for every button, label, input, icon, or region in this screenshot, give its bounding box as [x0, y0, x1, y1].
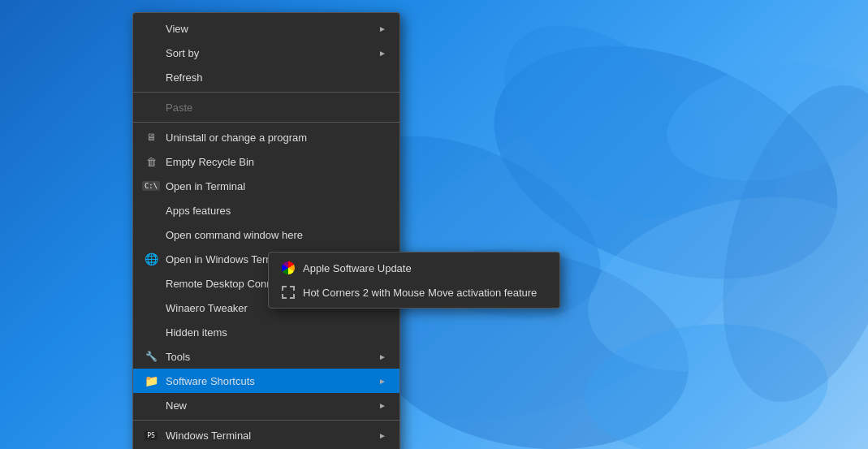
context-menu: View ► Sort by ► Refresh Paste 🖥 Uninsta…: [132, 12, 400, 449]
menu-item-apps-features[interactable]: Apps features: [133, 198, 399, 222]
tools-arrow: ►: [378, 352, 386, 361]
submenu-software-shortcuts: Apple Software Update Hot Corners 2 with…: [268, 252, 560, 309]
menu-item-paste[interactable]: Paste: [133, 95, 399, 119]
monitor-icon: 🖥: [143, 129, 159, 145]
menu-label-uninstall: Uninstall or change a program: [166, 132, 386, 144]
menu-label-windows-terminal: Windows Terminal: [166, 430, 378, 442]
sort-arrow: ►: [378, 49, 386, 58]
menu-label-view: View: [166, 23, 378, 35]
hidden-icon: [143, 324, 159, 340]
menu-label-sort-by: Sort by: [166, 47, 378, 59]
software-arrow: ►: [378, 377, 386, 386]
menu-label-open-terminal: Open in Terminal: [166, 180, 386, 192]
desktop-background: [0, 0, 868, 449]
recycle-icon: 🗑: [143, 153, 159, 170]
menu-item-uninstall[interactable]: 🖥 Uninstall or change a program: [133, 125, 399, 149]
menu-item-tools[interactable]: 🔧 Tools ►: [133, 344, 399, 369]
menu-label-software-shortcuts: Software Shortcuts: [166, 375, 378, 387]
menu-item-view[interactable]: View ►: [133, 16, 399, 41]
submenu-label-hot-corners: Hot Corners 2 with Mouse Move activation…: [303, 287, 537, 299]
menu-item-open-cmd[interactable]: Open command window here: [133, 222, 399, 247]
new-icon: [143, 397, 159, 413]
menu-item-open-terminal[interactable]: C:\ Open in Terminal: [133, 174, 399, 198]
globe-icon: 🌐: [143, 251, 159, 267]
menu-item-windows-terminal[interactable]: PS Windows Terminal ►: [133, 423, 399, 447]
menu-label-hidden-items: Hidden items: [166, 326, 386, 339]
menu-item-refresh[interactable]: Refresh: [133, 65, 399, 89]
menu-label-paste: Paste: [166, 101, 386, 114]
hot-corners-icon: [282, 286, 295, 299]
folder-icon: 📁: [143, 373, 159, 389]
submenu-item-apple-update[interactable]: Apple Software Update: [269, 256, 559, 280]
menu-label-open-cmd: Open command window here: [166, 229, 386, 241]
paste-icon: [143, 99, 159, 115]
apple-icon: [282, 261, 295, 274]
submenu-label-apple-update: Apple Software Update: [303, 262, 412, 274]
menu-label-apps-features: Apps features: [166, 205, 386, 217]
menu-item-empty-recycle[interactable]: 🗑 Empty Recycle Bin: [133, 149, 399, 174]
cmd-icon: [143, 227, 159, 243]
sort-icon: [143, 45, 159, 61]
terminal-icon: C:\: [143, 178, 159, 194]
refresh-icon: [143, 69, 159, 85]
apps-icon: [143, 202, 159, 218]
menu-item-sort-by[interactable]: Sort by ►: [133, 41, 399, 65]
menu-item-software-shortcuts[interactable]: 📁 Software Shortcuts ►: [133, 369, 399, 393]
separator-1: [133, 92, 399, 93]
view-arrow: ►: [378, 24, 386, 33]
winaero-icon: [143, 300, 159, 316]
new-arrow: ►: [378, 401, 386, 410]
view-icon: [143, 20, 159, 37]
menu-item-new[interactable]: New ►: [133, 393, 399, 417]
tools-icon: 🔧: [143, 348, 159, 365]
separator-3: [133, 420, 399, 421]
menu-label-new: New: [166, 399, 378, 412]
menu-item-hidden-items[interactable]: Hidden items: [133, 320, 399, 344]
win-terminal-arrow: ►: [378, 431, 386, 440]
menu-label-refresh: Refresh: [166, 71, 386, 84]
separator-2: [133, 122, 399, 123]
win-terminal-icon: PS: [143, 427, 159, 443]
remote-icon: [143, 275, 159, 291]
menu-label-tools: Tools: [166, 351, 378, 363]
submenu-item-hot-corners[interactable]: Hot Corners 2 with Mouse Move activation…: [269, 280, 559, 304]
menu-label-empty-recycle: Empty Recycle Bin: [166, 156, 386, 168]
